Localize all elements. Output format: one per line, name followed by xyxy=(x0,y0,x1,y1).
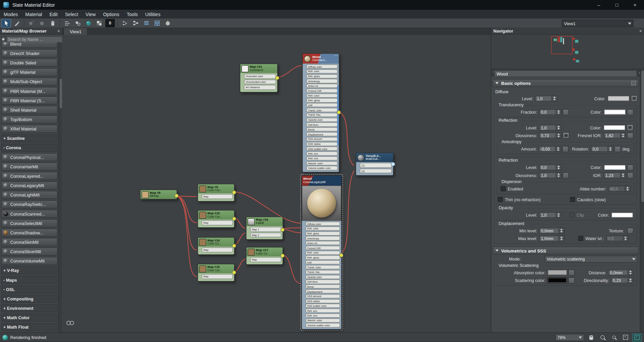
node-torvali-multisub[interactable]: Torvali-2... Multi/Sub-... (1)(2) xyxy=(356,153,394,176)
select-tool-icon[interactable] xyxy=(1,19,11,27)
browser-item[interactable]: + Scanline xyxy=(1,134,58,142)
node-input-slot[interactable]: SSS scatter color xyxy=(306,147,338,151)
browser-item[interactable]: CoronaHairMtl xyxy=(1,163,58,171)
node-wood-top[interactable]: Wood CoronaLe... — Diffuse colorRefl. co… xyxy=(302,53,339,172)
precision-zero-button[interactable]: 0 xyxy=(106,19,115,27)
menu-item[interactable]: Modes xyxy=(0,10,21,18)
reflection-color-swatch[interactable] xyxy=(603,125,626,130)
view-tab[interactable]: View1 xyxy=(64,27,88,35)
browser-item[interactable]: - Maps xyxy=(1,276,58,284)
node-input-slot[interactable]: Displacement xyxy=(306,132,338,136)
node-input-slot[interactable]: Transl. frac. xyxy=(306,113,338,117)
node-input-slot[interactable]: Refr. color xyxy=(306,94,338,98)
browser-item[interactable]: CoronaLegacyMtl xyxy=(1,181,58,189)
browser-item[interactable]: DirectX Shader xyxy=(1,49,58,57)
node-map17-colorcorrect[interactable]: Map #17 Color Co... Map xyxy=(246,247,283,265)
scattering-color-map-button[interactable] xyxy=(568,277,575,283)
output-socket[interactable] xyxy=(281,253,285,258)
output-socket[interactable] xyxy=(232,271,236,275)
node-input-slot[interactable]: Refl. env. xyxy=(306,308,340,312)
node-input-slot[interactable]: Fresnel IOR xyxy=(306,246,340,250)
directionality-spinner[interactable]: 0,23 xyxy=(611,277,633,283)
node-input-slot[interactable]: Displacement xyxy=(306,289,340,293)
node-input-slot[interactable]: AO distance xyxy=(244,85,276,90)
node-input-slot[interactable]: Self-illum. xyxy=(306,122,338,126)
node-map21-coronaao[interactable]: Map #21 CoronaAO Occluded colorUnocclude… xyxy=(240,64,278,92)
active-view-selector[interactable]: View1 xyxy=(562,20,633,27)
refraction-level-spinner[interactable]: 0,0 xyxy=(539,165,561,170)
node-input-slot[interactable]: Refl. gloss. xyxy=(306,74,338,78)
browser-item[interactable]: + Math Float xyxy=(1,323,58,331)
menu-item[interactable]: Select xyxy=(61,10,82,18)
browser-item[interactable]: CoronaLightMtl xyxy=(1,191,58,199)
displacement-texture-button[interactable] xyxy=(627,228,633,234)
browser-item[interactable]: Multi/Sub-Object xyxy=(1,77,58,86)
node-map14-colorcorrect[interactable]: Map #14 Color Co... Map xyxy=(198,237,235,254)
node-input-slot[interactable]: SSS scatter color xyxy=(306,304,340,308)
node-input-slot[interactable]: Occluded color xyxy=(244,74,276,78)
node-map16-falloff[interactable]: Map #16 Falloff Map 1Map 2 xyxy=(246,217,283,240)
node-map15-colorcorrect[interactable]: Map #15 Color Cor... Map xyxy=(198,264,235,281)
rollout-volumetrics[interactable]: Volumetrics and SSS xyxy=(492,247,639,254)
output-socket[interactable] xyxy=(339,253,343,257)
node-input-slot[interactable]: Refr. env. xyxy=(306,314,340,318)
browser-item[interactable]: Shell Material xyxy=(1,106,58,114)
diffuse-color-swatch[interactable] xyxy=(607,96,630,101)
displacement-max-spinner[interactable]: 1,0mm xyxy=(539,236,564,241)
diffuse-level-spinner[interactable]: 1,0 xyxy=(535,96,557,101)
navigator-header[interactable]: Navigator × xyxy=(491,27,644,35)
opacity-clip-checkbox[interactable] xyxy=(570,213,575,218)
node-map8-bitmap[interactable]: Map #8 Bitmap xyxy=(140,189,177,199)
parameters-scrollbar[interactable] xyxy=(640,68,644,333)
browser-item[interactable]: Blend xyxy=(1,42,58,48)
node-input-slot[interactable]: Map 2 xyxy=(250,232,281,237)
put-to-library-icon[interactable] xyxy=(37,19,47,27)
incoming-wires-icon[interactable] xyxy=(120,19,130,27)
diffuse-map-button[interactable]: M xyxy=(631,95,638,102)
reflection-gloss-spinner[interactable]: 0,73 xyxy=(539,132,561,138)
thin-refraction-checkbox[interactable] xyxy=(498,197,503,202)
node-input-slot[interactable]: Volume scatter color xyxy=(306,323,340,327)
node-input-slot[interactable]: SSS amount xyxy=(306,294,340,298)
browser-item[interactable]: glTF Material xyxy=(1,68,58,76)
node-input-slot[interactable]: IOR xyxy=(306,103,338,107)
output-socket[interactable] xyxy=(232,190,236,194)
node-input-slot[interactable]: (1) xyxy=(360,163,392,168)
fresnel-ior-spinner[interactable]: 1,62 xyxy=(604,132,626,138)
absorption-color-swatch[interactable] xyxy=(547,270,567,275)
browser-item[interactable]: CoronaScanned... xyxy=(1,210,58,218)
reflection-gloss-map-button[interactable]: M xyxy=(563,132,569,139)
maximize-button[interactable]: □ xyxy=(608,0,626,10)
node-input-slot[interactable]: Refl. color xyxy=(306,69,338,73)
translucency-fraction-spinner[interactable]: 0,0 xyxy=(539,109,561,115)
node-input-slot[interactable]: Refl. color xyxy=(306,226,340,230)
zoom-tool-button[interactable] xyxy=(598,333,607,341)
node-input-slot[interactable]: Anisotropy xyxy=(306,236,340,240)
browser-item[interactable]: PBR Material (M... xyxy=(1,87,58,95)
output-socket[interactable] xyxy=(281,228,285,232)
node-input-slot[interactable]: Absorb. color xyxy=(306,161,338,165)
abbe-number-spinner[interactable]: 40,0 xyxy=(608,186,631,191)
menu-item[interactable]: Tools xyxy=(123,10,142,18)
render-preview-icon[interactable] xyxy=(163,19,172,27)
output-socket[interactable] xyxy=(175,194,179,198)
node-map9-colorcorrect[interactable]: Map #9 Color Cor... Map xyxy=(198,184,235,201)
refraction-color-map-button[interactable] xyxy=(627,164,633,170)
material-name-field[interactable]: Wood xyxy=(494,70,637,77)
translucency-color-swatch[interactable] xyxy=(604,109,626,115)
browser-item[interactable]: + Math Color xyxy=(1,314,58,322)
refraction-ior-map-button[interactable] xyxy=(627,172,633,178)
node-input-slot[interactable]: Volume scatter color xyxy=(306,166,338,170)
menu-item[interactable]: Options xyxy=(99,10,123,18)
browser-item[interactable]: CoronaSlicerMtl xyxy=(1,247,58,255)
menu-item[interactable]: Material xyxy=(21,10,46,18)
browser-item[interactable]: CoronaSkinMtl xyxy=(1,238,58,246)
node-input-slot[interactable]: Transl. frac. xyxy=(306,270,340,274)
node-input-slot[interactable]: Aniso rot. xyxy=(306,241,340,245)
node-input-slot[interactable]: Refr. env. xyxy=(306,156,338,160)
node-collapse-icon[interactable]: — xyxy=(334,55,338,56)
node-input-slot[interactable]: Unoccluded color xyxy=(244,79,276,84)
node-input-slot[interactable]: SSS radius xyxy=(306,142,338,146)
anisotropy-amount-map-button[interactable] xyxy=(562,146,568,152)
output-socket[interactable] xyxy=(232,217,236,221)
